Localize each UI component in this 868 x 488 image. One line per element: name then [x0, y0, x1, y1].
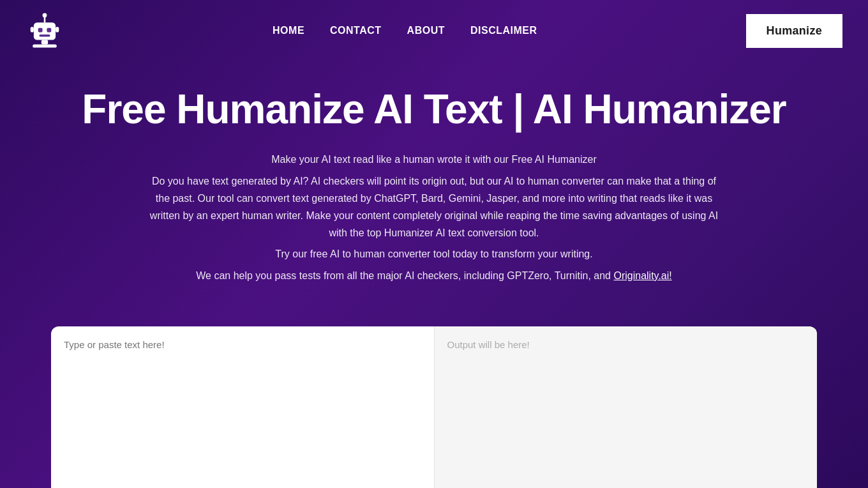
svg-rect-2 [47, 28, 51, 33]
svg-point-5 [43, 13, 47, 18]
input-textarea[interactable] [64, 339, 421, 480]
output-placeholder: Output will be here! [447, 339, 530, 350]
hero-description: Make your AI text read like a human wrot… [147, 151, 721, 284]
svg-rect-3 [39, 34, 50, 36]
hero-section: Free Humanize AI Text | AI Humanizer Mak… [0, 61, 868, 307]
svg-rect-6 [31, 27, 34, 33]
hero-desc-line4-text: We can help you pass tests from all the … [196, 270, 613, 281]
hero-desc-line2: Do you have text generated by AI? AI che… [147, 172, 721, 242]
page-title: Free Humanize AI Text | AI Humanizer [51, 87, 817, 132]
svg-rect-1 [38, 28, 43, 33]
svg-rect-0 [34, 22, 56, 40]
svg-rect-8 [41, 40, 48, 45]
nav-home[interactable]: HOME [273, 25, 304, 36]
main-nav: HOME CONTACT ABOUT DISCLAIMER [273, 25, 537, 36]
svg-rect-9 [33, 44, 57, 47]
svg-rect-7 [56, 27, 59, 33]
nav-contact[interactable]: CONTACT [330, 25, 382, 36]
hero-desc-line1: Make your AI text read like a human wrot… [147, 151, 721, 168]
output-panel: Output will be here! [435, 326, 818, 488]
site-header: HOME CONTACT ABOUT DISCLAIMER Humanize [0, 0, 868, 61]
nav-about[interactable]: ABOUT [407, 25, 445, 36]
humanize-header-button[interactable]: Humanize [746, 14, 842, 48]
hero-desc-line3: Try our free AI to human converter tool … [147, 245, 721, 263]
tool-container: Paste Text Try Sample Output will be her… [51, 326, 817, 488]
input-actions: Paste Text Try Sample [64, 480, 421, 488]
logo-area[interactable] [26, 11, 64, 50]
hero-desc-line4: We can help you pass tests from all the … [147, 267, 721, 284]
nav-disclaimer[interactable]: DISCLAIMER [470, 25, 537, 36]
originality-link[interactable]: Originality.ai! [613, 270, 671, 281]
logo-icon [26, 11, 64, 50]
input-panel: Paste Text Try Sample [51, 326, 435, 488]
